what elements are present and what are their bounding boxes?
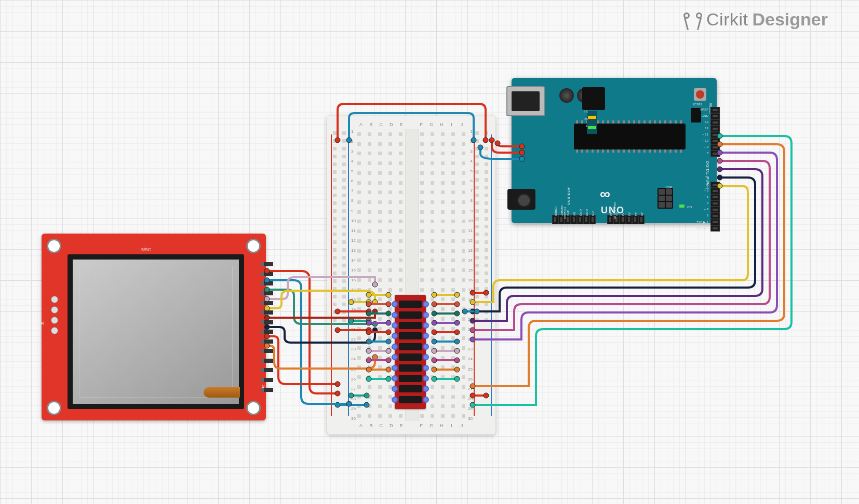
rail-hole[interactable] xyxy=(342,162,346,166)
tie-point[interactable] xyxy=(420,200,424,204)
tie-point[interactable] xyxy=(431,385,434,389)
tie-point[interactable] xyxy=(462,317,465,321)
rail-hole[interactable] xyxy=(475,170,479,174)
tie-point[interactable] xyxy=(378,161,382,165)
tie-point[interactable] xyxy=(441,385,445,389)
rail-hole[interactable] xyxy=(475,178,479,182)
tie-point[interactable] xyxy=(357,307,361,311)
tie-point[interactable] xyxy=(441,258,445,262)
tie-point[interactable] xyxy=(368,132,371,136)
rail-hole[interactable] xyxy=(333,248,337,252)
rail-hole[interactable] xyxy=(333,217,337,221)
rail-hole[interactable] xyxy=(485,287,488,291)
rail-hole[interactable] xyxy=(485,295,488,298)
tie-point[interactable] xyxy=(357,375,361,379)
tie-point[interactable] xyxy=(378,200,382,204)
tie-point[interactable] xyxy=(368,346,371,350)
tie-point[interactable] xyxy=(441,181,445,185)
tie-point[interactable] xyxy=(451,142,455,146)
tie-point[interactable] xyxy=(462,229,465,233)
tie-point[interactable] xyxy=(420,249,424,253)
tie-point[interactable] xyxy=(441,307,445,311)
rail-hole[interactable] xyxy=(475,295,479,298)
tie-point[interactable] xyxy=(420,181,424,185)
rail-hole[interactable] xyxy=(485,248,488,252)
rail-hole[interactable] xyxy=(475,131,479,135)
tie-point[interactable] xyxy=(378,414,382,418)
tie-point[interactable] xyxy=(368,327,371,331)
tie-point[interactable] xyxy=(368,307,371,311)
tie-point[interactable] xyxy=(462,190,465,194)
tie-point[interactable] xyxy=(441,414,445,418)
rail-hole[interactable] xyxy=(485,194,488,197)
rail-hole[interactable] xyxy=(342,271,346,275)
tie-point[interactable] xyxy=(378,336,382,340)
tie-point[interactable] xyxy=(368,171,371,175)
tie-point[interactable] xyxy=(378,220,382,223)
rail-hole[interactable] xyxy=(485,233,488,236)
tie-point[interactable] xyxy=(441,171,445,175)
tie-point[interactable] xyxy=(378,142,382,146)
tie-point[interactable] xyxy=(368,200,371,204)
tie-point[interactable] xyxy=(357,288,361,292)
rail-hole[interactable] xyxy=(485,318,488,322)
rail-hole[interactable] xyxy=(342,217,346,221)
header-pin[interactable] xyxy=(632,215,638,224)
tie-point[interactable] xyxy=(399,200,402,204)
tie-point[interactable] xyxy=(441,229,445,233)
tie-point[interactable] xyxy=(368,375,371,379)
tie-point[interactable] xyxy=(441,220,445,223)
rail-hole[interactable] xyxy=(333,225,337,228)
tie-point[interactable] xyxy=(368,385,371,389)
tie-point[interactable] xyxy=(388,414,392,418)
rail-hole[interactable] xyxy=(475,186,479,189)
header-pin[interactable] xyxy=(710,188,720,194)
rail-hole[interactable] xyxy=(475,217,479,221)
rail-hole[interactable] xyxy=(333,264,337,267)
tie-point[interactable] xyxy=(399,268,402,272)
rail-hole[interactable] xyxy=(342,170,346,174)
rail-hole[interactable] xyxy=(333,209,337,213)
header-pin[interactable] xyxy=(710,126,720,132)
tie-point[interactable] xyxy=(368,229,371,233)
tie-point[interactable] xyxy=(368,181,371,185)
tie-point[interactable] xyxy=(399,161,402,165)
rail-hole[interactable] xyxy=(342,225,346,228)
header-pin[interactable] xyxy=(577,215,583,224)
header-pin[interactable] xyxy=(589,215,596,224)
header-pin[interactable] xyxy=(710,219,720,225)
tie-point[interactable] xyxy=(368,395,371,399)
tie-point[interactable] xyxy=(462,346,465,350)
icsp-header[interactable] xyxy=(657,188,673,209)
tie-point[interactable] xyxy=(399,220,402,223)
rail-hole[interactable] xyxy=(342,186,346,189)
tie-point[interactable] xyxy=(420,258,424,262)
tie-point[interactable] xyxy=(378,317,382,321)
rail-hole[interactable] xyxy=(342,201,346,205)
rail-hole[interactable] xyxy=(485,131,488,135)
tie-point[interactable] xyxy=(388,181,392,185)
tie-point[interactable] xyxy=(368,258,371,262)
tie-point[interactable] xyxy=(451,317,455,321)
tie-point[interactable] xyxy=(462,258,465,262)
tie-point[interactable] xyxy=(420,414,424,418)
rail-hole[interactable] xyxy=(475,209,479,213)
tie-point[interactable] xyxy=(451,190,455,194)
tie-point[interactable] xyxy=(462,327,465,331)
tie-point[interactable] xyxy=(378,132,382,136)
tie-point[interactable] xyxy=(378,356,382,360)
tie-point[interactable] xyxy=(441,190,445,194)
tie-point[interactable] xyxy=(378,307,382,311)
tie-point[interactable] xyxy=(388,297,392,301)
tie-point[interactable] xyxy=(451,307,455,311)
rail-hole[interactable] xyxy=(342,318,346,322)
tie-point[interactable] xyxy=(451,268,455,272)
tie-point[interactable] xyxy=(388,249,392,253)
tie-point[interactable] xyxy=(431,229,434,233)
tie-point[interactable] xyxy=(399,152,402,155)
tie-point[interactable] xyxy=(451,375,455,379)
tie-point[interactable] xyxy=(378,268,382,272)
tie-point[interactable] xyxy=(420,171,424,175)
reset-button[interactable] xyxy=(694,88,706,101)
header-pin[interactable] xyxy=(710,200,720,207)
